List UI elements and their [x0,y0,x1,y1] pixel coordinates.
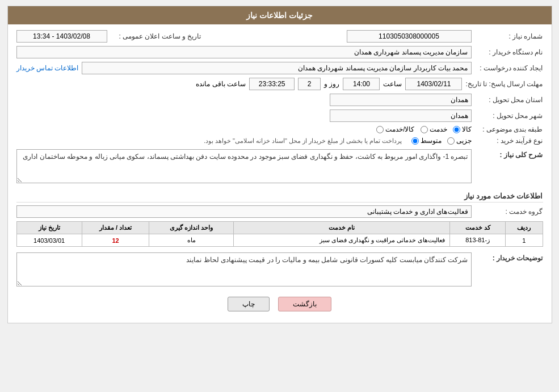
page-title: جزئیات اطلاعات نیاز [246,11,313,20]
row-buyer-notes: توضیحات خریدار : شرکت کنندگان میابست کلی… [16,252,543,288]
contact-link[interactable]: اطلاعات تماس خریدار [16,64,79,72]
deadline-label: مهلت ارسال پاسخ: تا تاریخ: [465,80,543,88]
buyer-notes-wrapper: شرکت کنندگان میابست کلیه کسورات قانونی ش… [16,252,472,288]
page-container: جزئیات اطلاعات نیاز شماره نیاز : تاریخ و… [7,6,552,323]
purchase-type-option-motavasset: متوسط [411,137,442,145]
purchase-type-radio-jozi[interactable] [447,137,455,145]
row-province: استان محل تحویل : [16,94,543,106]
deadline-date-input [405,78,462,90]
table-row: 1 ز-81-813 فعالیت‌های خدماتی مراقبت و نگ… [16,234,543,247]
cell-code: ز-81-813 [450,234,506,247]
cell-date: 1403/03/01 [16,234,82,247]
buttons-row: بازگشت چاپ [16,297,543,311]
row-city: شهر محل تحویل : [16,109,543,122]
category-label: طبقه بندی موضوعی : [475,125,543,133]
deadline-remaining-input [249,78,295,90]
cell-qty: 12 [82,234,149,247]
province-input [330,94,472,106]
announce-datetime-label: تاریخ و ساعت اعلان عمومی : [111,32,201,40]
purchase-type-jozi-label: جزیی [456,137,472,145]
city-label: شهر محل تحویل : [475,112,543,120]
row-creator: ایجاد کننده درخواست : اطلاعات تماس خریدا… [16,62,543,74]
purchase-type-radio-group: متوسط جزیی [411,137,472,145]
purchase-type-label: نوع فرآیند خرید : [475,137,543,145]
deadline-days-input [298,78,321,90]
need-number-label: شماره نیاز : [475,32,543,40]
need-desc-textarea[interactable]: تبصره 1- واگذاری امور مربوط به کاشت، حفظ… [16,149,472,183]
org-name-input [16,46,472,58]
buyer-notes-label: توضیحات خریدار : [475,252,543,262]
services-table: ردیف کد خدمت نام خدمت واحد اندازه گیری ت… [16,221,543,247]
deadline-time-input [343,78,380,90]
need-number-input [347,30,472,43]
category-radio-kala-khedmat[interactable] [376,126,384,133]
purchase-type-motavasset-label: متوسط [421,137,442,145]
category-radio-group: کالا/خدمت خدمت کالا [376,125,471,133]
page-header: جزئیات اطلاعات نیاز [8,6,552,24]
deadline-remaining-label: ساعت باقی مانده [196,80,246,88]
purchase-type-radio-motavasset[interactable] [411,137,419,145]
category-radio-khedmat[interactable] [421,126,428,133]
col-header-name: نام خدمت [234,222,450,234]
city-input [330,109,472,122]
deadline-day-label: روز و [324,80,339,88]
service-group-input [16,205,472,218]
col-header-code: کد خدمت [450,222,506,234]
creator-input [82,62,471,74]
category-kala-label: کالا [462,125,472,133]
need-desc-wrapper: تبصره 1- واگذاری امور مربوط به کاشت، حفظ… [16,149,472,185]
category-option-kala: کالا [453,125,472,133]
buyer-notes-textarea[interactable]: شرکت کنندگان میابست کلیه کسورات قانونی ش… [16,252,472,286]
row-purchase-type: نوع فرآیند خرید : متوسط جزیی پرداخت تمام… [16,137,543,145]
purchase-note: پرداخت تمام یا بخشی از مبلغ خریدار از مح… [204,137,402,145]
print-button[interactable]: چاپ [228,297,270,311]
category-option-kala-khedmat: کالا/خدمت [376,125,414,133]
announce-datetime-input [16,30,107,43]
content-area: شماره نیاز : تاریخ و ساعت اعلان عمومی : … [8,24,552,323]
category-khedmat-label: خدمت [430,125,447,133]
cell-row-number: 1 [505,234,543,247]
row-need-number: شماره نیاز : تاریخ و ساعت اعلان عمومی : [16,30,543,43]
row-need-desc: شرح کلی نیاز : تبصره 1- واگذاری امور مرب… [16,149,543,185]
col-header-qty: تعداد / مقدار [82,222,149,234]
org-name-label: نام دستگاه خریدار : [475,48,543,56]
services-section-title: اطلاعات خدمات مورد نیاز [16,192,543,203]
col-header-unit: واحد اندازه گیری [149,222,234,234]
need-desc-label: شرح کلی نیاز : [475,149,543,159]
cell-name: فعالیت‌های خدماتی مراقبت و نگهداری فضای … [234,234,450,247]
service-group-label: گروه خدمت : [475,208,543,216]
col-header-row: ردیف [505,222,543,234]
creator-label: ایجاد کننده درخواست : [475,64,543,72]
purchase-type-option-jozi: جزیی [447,137,472,145]
deadline-time-label: ساعت [383,80,402,88]
province-label: استان محل تحویل : [475,96,543,104]
row-deadline: مهلت ارسال پاسخ: تا تاریخ: ساعت روز و سا… [16,78,543,90]
row-category: طبقه بندی موضوعی : کالا/خدمت خدمت کالا [16,125,543,133]
back-button[interactable]: بازگشت [278,297,331,311]
col-header-date: تاریخ نیاز [16,222,82,234]
row-service-group: گروه خدمت : [16,205,543,218]
category-option-khedmat: خدمت [421,125,447,133]
row-org-name: نام دستگاه خریدار : [16,46,543,58]
cell-unit: ماه [149,234,234,247]
category-kala-khedmat-label: کالا/خدمت [385,125,414,133]
category-radio-kala[interactable] [453,126,460,133]
